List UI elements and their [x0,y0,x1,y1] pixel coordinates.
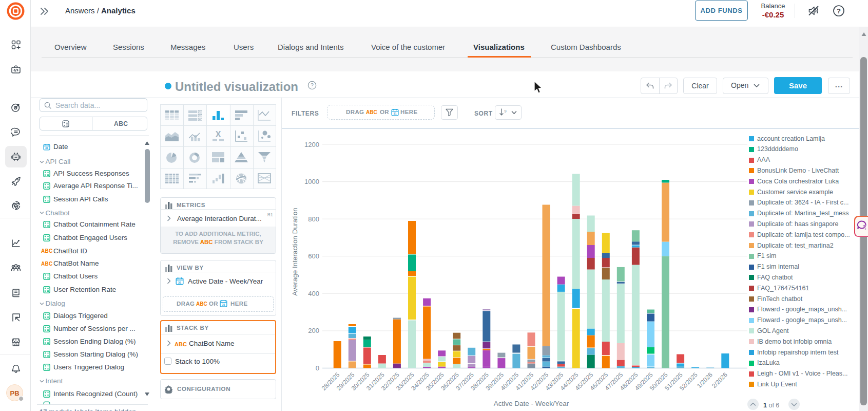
svg-text:400: 400 [308,290,319,297]
svg-text:2/2026: 2/2026 [710,371,729,389]
svg-text:Average Interaction Duration: Average Interaction Duration [291,208,299,296]
svg-text:9: 9 [504,109,507,114]
svg-text:1/2026: 1/2026 [696,371,714,389]
svg-text:31: 31 [222,303,225,306]
svg-text:800: 800 [308,215,319,223]
svg-text:X: X [216,130,221,139]
svg-text:0: 0 [316,364,319,372]
svg-text:?: ? [837,7,841,15]
svg-text:600: 600 [308,252,319,260]
svg-text:Active Date - Week/Year: Active Date - Week/Year [494,400,569,407]
svg-text:31: 31 [45,146,48,150]
svg-text:1200: 1200 [304,141,319,148]
svg-text:31: 31 [178,281,182,284]
svg-text:?: ? [311,82,314,88]
svg-text:31: 31 [393,112,396,115]
svg-text:1000: 1000 [304,178,319,185]
svg-text:200: 200 [308,327,319,334]
